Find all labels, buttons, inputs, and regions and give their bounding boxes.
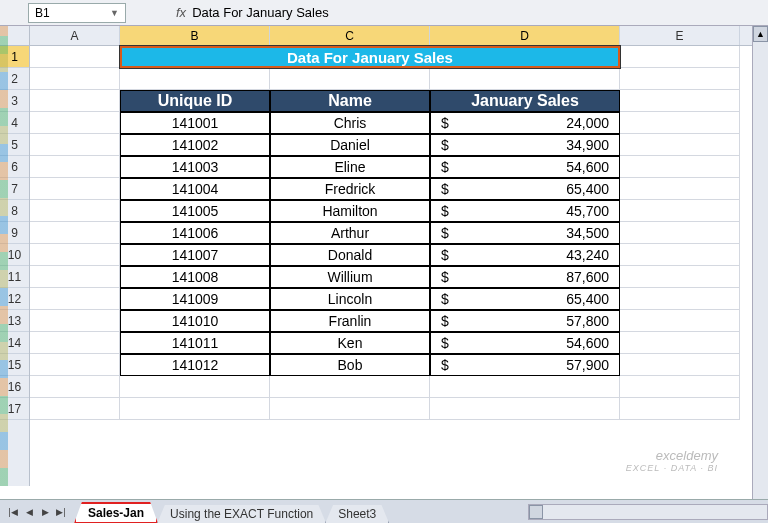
cell[interactable] bbox=[430, 398, 620, 420]
cell[interactable] bbox=[30, 200, 120, 222]
cell[interactable] bbox=[270, 376, 430, 398]
cell-name[interactable]: Arthur bbox=[270, 222, 430, 244]
cell-name[interactable]: Chris bbox=[270, 112, 430, 134]
column-header[interactable]: C bbox=[270, 26, 430, 45]
cell-name[interactable]: Donald bbox=[270, 244, 430, 266]
cell-sales[interactable]: $54,600 bbox=[430, 156, 620, 178]
cell[interactable] bbox=[620, 332, 740, 354]
cell-unique-id[interactable]: 141003 bbox=[120, 156, 270, 178]
cell-sales[interactable]: $65,400 bbox=[430, 288, 620, 310]
cell[interactable] bbox=[620, 398, 740, 420]
cell-unique-id[interactable]: 141009 bbox=[120, 288, 270, 310]
header-name[interactable]: Name bbox=[270, 90, 430, 112]
cell[interactable] bbox=[620, 310, 740, 332]
cell-name[interactable]: Eline bbox=[270, 156, 430, 178]
cell-unique-id[interactable]: 141008 bbox=[120, 266, 270, 288]
sheet-tab[interactable]: Using the EXACT Function bbox=[157, 505, 326, 524]
cell[interactable] bbox=[30, 178, 120, 200]
cell-unique-id[interactable]: 141007 bbox=[120, 244, 270, 266]
cell[interactable] bbox=[620, 178, 740, 200]
vertical-scrollbar[interactable]: ▲ bbox=[752, 26, 768, 499]
cell[interactable] bbox=[120, 398, 270, 420]
cell-name[interactable]: Bob bbox=[270, 354, 430, 376]
sheet-tab[interactable]: Sheet3 bbox=[325, 505, 389, 524]
tab-nav-prev-icon[interactable]: ◀ bbox=[22, 505, 36, 519]
header-january-sales[interactable]: January Sales bbox=[430, 90, 620, 112]
cell-unique-id[interactable]: 141010 bbox=[120, 310, 270, 332]
cell-name[interactable]: Fredrick bbox=[270, 178, 430, 200]
cell[interactable] bbox=[30, 156, 120, 178]
cell[interactable] bbox=[30, 310, 120, 332]
cell-area[interactable]: Data For January Sales Unique IDNameJanu… bbox=[30, 46, 768, 420]
cell-name[interactable]: Hamilton bbox=[270, 200, 430, 222]
tab-nav-first-icon[interactable]: |◀ bbox=[6, 505, 20, 519]
cell-name[interactable]: Lincoln bbox=[270, 288, 430, 310]
cell-sales[interactable]: $45,700 bbox=[430, 200, 620, 222]
cell[interactable] bbox=[620, 90, 740, 112]
cell-unique-id[interactable]: 141012 bbox=[120, 354, 270, 376]
cell-unique-id[interactable]: 141004 bbox=[120, 178, 270, 200]
tab-nav-last-icon[interactable]: ▶| bbox=[54, 505, 68, 519]
cell-sales[interactable]: $57,800 bbox=[430, 310, 620, 332]
cell-unique-id[interactable]: 141002 bbox=[120, 134, 270, 156]
cell-sales[interactable]: $87,600 bbox=[430, 266, 620, 288]
cell-name[interactable]: Ken bbox=[270, 332, 430, 354]
cell[interactable] bbox=[30, 134, 120, 156]
cell[interactable] bbox=[620, 112, 740, 134]
cell-unique-id[interactable]: 141001 bbox=[120, 112, 270, 134]
cell[interactable] bbox=[30, 354, 120, 376]
cell[interactable] bbox=[270, 68, 430, 90]
cell[interactable] bbox=[30, 244, 120, 266]
cell[interactable] bbox=[270, 398, 430, 420]
cell-unique-id[interactable]: 141011 bbox=[120, 332, 270, 354]
cell-sales[interactable]: $24,000 bbox=[430, 112, 620, 134]
column-header[interactable]: A bbox=[30, 26, 120, 45]
cell[interactable] bbox=[30, 266, 120, 288]
cell[interactable] bbox=[30, 112, 120, 134]
cell-name[interactable]: Willium bbox=[270, 266, 430, 288]
name-box-dropdown-icon[interactable]: ▼ bbox=[110, 8, 119, 18]
tab-nav-next-icon[interactable]: ▶ bbox=[38, 505, 52, 519]
cell[interactable] bbox=[430, 68, 620, 90]
cell-unique-id[interactable]: 141006 bbox=[120, 222, 270, 244]
cell[interactable] bbox=[620, 200, 740, 222]
cell[interactable] bbox=[30, 68, 120, 90]
cell[interactable] bbox=[30, 398, 120, 420]
cell[interactable] bbox=[30, 46, 120, 68]
cell[interactable] bbox=[430, 376, 620, 398]
spreadsheet-grid[interactable]: 1234567891011121314151617 ABCDE Data For… bbox=[0, 26, 768, 486]
cell[interactable] bbox=[620, 266, 740, 288]
cell-sales[interactable]: $34,500 bbox=[430, 222, 620, 244]
cell[interactable] bbox=[620, 156, 740, 178]
cell-sales[interactable]: $34,900 bbox=[430, 134, 620, 156]
cell[interactable] bbox=[30, 90, 120, 112]
cell[interactable] bbox=[30, 222, 120, 244]
cell-sales[interactable]: $43,240 bbox=[430, 244, 620, 266]
cell[interactable] bbox=[620, 288, 740, 310]
cell-name[interactable]: Franlin bbox=[270, 310, 430, 332]
cell[interactable] bbox=[620, 222, 740, 244]
name-box[interactable]: B1 ▼ bbox=[28, 3, 126, 23]
cell[interactable] bbox=[30, 332, 120, 354]
cell-name[interactable]: Daniel bbox=[270, 134, 430, 156]
cell-sales[interactable]: $54,600 bbox=[430, 332, 620, 354]
cell[interactable] bbox=[620, 376, 740, 398]
fx-icon[interactable]: fx bbox=[176, 5, 186, 20]
cell[interactable] bbox=[620, 354, 740, 376]
horizontal-scrollbar[interactable] bbox=[528, 504, 768, 520]
formula-input[interactable] bbox=[192, 5, 592, 20]
scroll-up-icon[interactable]: ▲ bbox=[753, 26, 768, 42]
header-unique-id[interactable]: Unique ID bbox=[120, 90, 270, 112]
column-header[interactable]: E bbox=[620, 26, 740, 45]
sheet-tab[interactable]: Sales-Jan bbox=[74, 502, 158, 524]
cell[interactable] bbox=[120, 376, 270, 398]
column-header[interactable]: B bbox=[120, 26, 270, 45]
column-header[interactable]: D bbox=[430, 26, 620, 45]
cell[interactable] bbox=[620, 134, 740, 156]
cell-sales[interactable]: $65,400 bbox=[430, 178, 620, 200]
cell[interactable] bbox=[30, 288, 120, 310]
merged-title-cell[interactable]: Data For January Sales bbox=[120, 46, 620, 68]
cell[interactable] bbox=[620, 68, 740, 90]
cell[interactable] bbox=[620, 244, 740, 266]
scroll-left-button[interactable] bbox=[529, 505, 543, 519]
